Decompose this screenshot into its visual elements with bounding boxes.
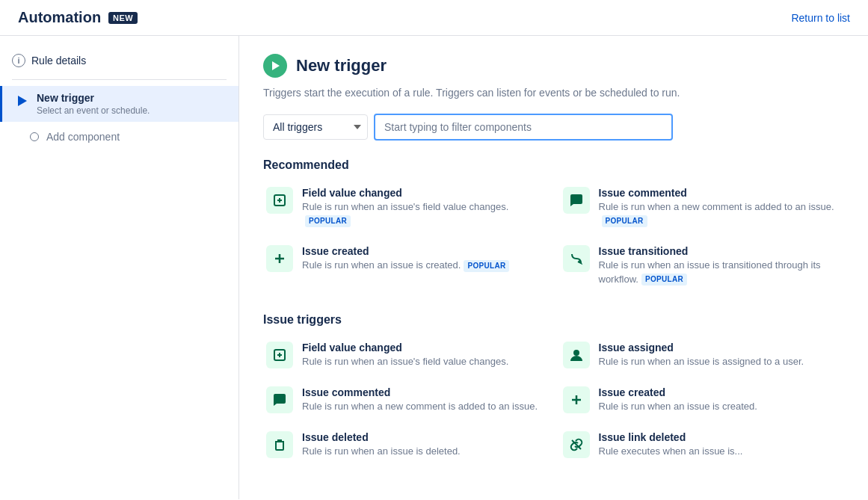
page-subtitle: Triggers start the execution of a rule. … xyxy=(263,87,844,99)
page-title: New trigger xyxy=(296,56,387,75)
plus-icon xyxy=(266,245,293,272)
filter-input[interactable] xyxy=(374,114,673,141)
sidebar-trigger-text: New trigger Select an event or schedule. xyxy=(37,92,150,116)
trigger-text-0-0: Field value changedRule is run when an i… xyxy=(302,187,545,227)
trigger-card-0-1[interactable]: Issue commentedRule is run when a new co… xyxy=(560,184,845,230)
trigger-card-desc-1-2: Rule is run when a new comment is added … xyxy=(302,400,538,413)
trigger-card-name-1-0: Field value changed xyxy=(302,342,508,354)
trigger-card-name-1-2: Issue commented xyxy=(302,386,538,398)
trigger-text-1-4: Issue deletedRule is run when an issue i… xyxy=(302,431,461,458)
header-left: Automation NEW xyxy=(18,9,138,26)
trigger-card-desc-1-3: Rule is run when an issue is created. xyxy=(599,400,757,413)
trigger-card-name-0-1: Issue commented xyxy=(599,187,842,199)
popular-badge: POPULAR xyxy=(602,215,647,227)
trigger-card-desc-0-0: Rule is run when an issue's field value … xyxy=(302,200,545,227)
svg-rect-13 xyxy=(276,442,283,450)
sidebar-add-component[interactable]: Add component xyxy=(0,122,238,149)
trigger-card-desc-1-5: Rule executes when an issue is... xyxy=(599,445,743,458)
trigger-card-name-1-5: Issue link deleted xyxy=(599,431,743,443)
add-component-label: Add component xyxy=(46,131,120,143)
trigger-card-name-1-3: Issue created xyxy=(599,386,757,398)
assigned-icon xyxy=(563,342,590,368)
sidebar: i Rule details New trigger Select an eve… xyxy=(0,36,239,499)
return-to-list-link[interactable]: Return to list xyxy=(791,12,850,24)
field-value-icon xyxy=(266,342,293,368)
app-title: Automation xyxy=(18,9,101,26)
trigger-card-name-0-2: Issue created xyxy=(302,245,509,257)
transition-icon xyxy=(563,245,590,272)
trigger-text-0-1: Issue commentedRule is run when a new co… xyxy=(599,187,842,227)
page-header: New trigger xyxy=(263,54,844,78)
trigger-card-0-2[interactable]: Issue createdRule is run when an issue i… xyxy=(263,242,548,288)
add-dot-icon xyxy=(30,132,39,141)
trigger-text-1-0: Field value changedRule is run when an i… xyxy=(302,342,508,368)
new-badge: NEW xyxy=(108,12,138,24)
trigger-grid-1: Field value changedRule is run when an i… xyxy=(263,339,844,462)
trigger-card-1-0[interactable]: Field value changedRule is run when an i… xyxy=(263,339,548,371)
field-value-icon xyxy=(266,187,293,214)
section-title-0: Recommended xyxy=(263,158,844,172)
trigger-text-0-3: Issue transitionedRule is run when an is… xyxy=(599,245,842,286)
popular-badge: POPULAR xyxy=(464,260,509,272)
filter-row: All triggers xyxy=(263,114,844,141)
info-icon: i xyxy=(12,54,25,67)
comment-icon xyxy=(266,386,293,413)
section-title-1: Issue triggers xyxy=(263,313,844,327)
trigger-filter-dropdown[interactable]: All triggers xyxy=(263,114,368,140)
trigger-card-name-0-0: Field value changed xyxy=(302,187,545,199)
plus-icon xyxy=(563,386,590,413)
delete-icon xyxy=(266,431,293,458)
trigger-card-1-4[interactable]: Issue deletedRule is run when an issue i… xyxy=(263,428,548,461)
main-content: New trigger Triggers start the execution… xyxy=(239,36,868,499)
play-circle-icon xyxy=(263,54,287,78)
trigger-text-1-3: Issue createdRule is run when an issue i… xyxy=(599,386,757,413)
trigger-card-1-5[interactable]: Issue link deletedRule executes when an … xyxy=(560,428,845,461)
popular-badge: POPULAR xyxy=(641,274,687,286)
trigger-card-desc-0-3: Rule is run when an issue is transitione… xyxy=(599,259,842,286)
trigger-subtitle: Select an event or schedule. xyxy=(37,105,150,116)
trigger-card-1-3[interactable]: Issue createdRule is run when an issue i… xyxy=(560,383,845,416)
trigger-card-desc-1-4: Rule is run when an issue is deleted. xyxy=(302,445,461,458)
trigger-grid-0: Field value changedRule is run when an i… xyxy=(263,184,844,289)
trigger-text-1-2: Issue commentedRule is run when a new co… xyxy=(302,386,538,413)
link-icon xyxy=(563,431,590,458)
section-0: RecommendedField value changedRule is ru… xyxy=(263,158,844,289)
popular-badge: POPULAR xyxy=(305,215,351,227)
trigger-text-1-1: Issue assignedRule is run when an issue … xyxy=(599,342,804,368)
play-icon xyxy=(14,93,29,108)
trigger-card-1-2[interactable]: Issue commentedRule is run when a new co… xyxy=(263,383,548,416)
layout: i Rule details New trigger Select an eve… xyxy=(0,36,868,499)
sections-container: RecommendedField value changedRule is ru… xyxy=(263,158,844,461)
trigger-text-1-5: Issue link deletedRule executes when an … xyxy=(599,431,743,458)
rule-details-label: Rule details xyxy=(31,55,86,67)
trigger-card-desc-0-2: Rule is run when an issue is created.POP… xyxy=(302,259,509,272)
trigger-card-name-1-1: Issue assigned xyxy=(599,342,804,354)
trigger-card-desc-1-0: Rule is run when an issue's field value … xyxy=(302,355,508,368)
sidebar-rule-details[interactable]: i Rule details xyxy=(0,48,238,73)
trigger-card-name-0-3: Issue transitioned xyxy=(599,245,842,257)
sidebar-divider xyxy=(12,79,227,80)
trigger-card-0-0[interactable]: Field value changedRule is run when an i… xyxy=(263,184,548,230)
header: Automation NEW Return to list xyxy=(0,0,868,36)
svg-marker-0 xyxy=(18,96,27,106)
trigger-card-name-1-4: Issue deleted xyxy=(302,431,461,443)
section-1: Issue triggersField value changedRule is… xyxy=(263,313,844,462)
svg-marker-1 xyxy=(272,61,280,70)
comment-icon xyxy=(563,187,590,214)
svg-point-10 xyxy=(573,350,579,356)
trigger-name: New trigger xyxy=(37,92,150,104)
trigger-card-0-3[interactable]: Issue transitionedRule is run when an is… xyxy=(560,242,845,288)
trigger-card-desc-1-1: Rule is run when an issue is assigned to… xyxy=(599,355,804,368)
sidebar-trigger-item[interactable]: New trigger Select an event or schedule. xyxy=(0,86,238,122)
trigger-card-desc-0-1: Rule is run when a new comment is added … xyxy=(599,200,842,227)
trigger-card-1-1[interactable]: Issue assignedRule is run when an issue … xyxy=(560,339,845,371)
trigger-text-0-2: Issue createdRule is run when an issue i… xyxy=(302,245,509,272)
